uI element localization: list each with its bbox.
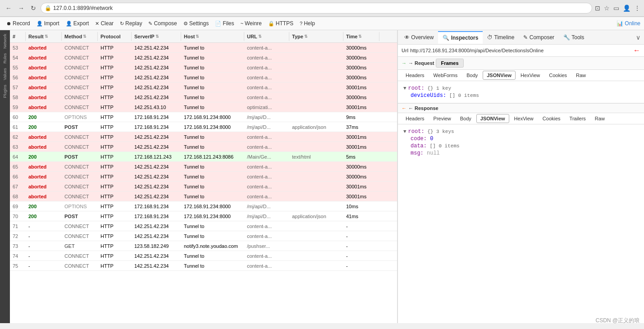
- col-header-type[interactable]: Type ⇅: [289, 32, 343, 41]
- table-row[interactable]: 74 - CONNECT HTTP 142.251.42.234 Tunnel …: [10, 251, 397, 261]
- col-header-serverip[interactable]: ServerIP ⇅: [132, 32, 181, 41]
- cell-serverip: 142.251.42.234: [132, 143, 181, 151]
- res-expand-icon[interactable]: ▼: [403, 129, 406, 134]
- table-row[interactable]: 67 aborted CONNECT HTTP 142.251.42.234 T…: [10, 182, 397, 192]
- request-tab-button[interactable]: Frames: [436, 59, 463, 68]
- res-json-root-line: ▼ root: {} 3 keys: [403, 128, 639, 135]
- cell-protocol: HTTP: [98, 262, 132, 270]
- table-row[interactable]: 65 aborted CONNECT HTTP 142.251.42.234 T…: [10, 162, 397, 172]
- cell-host: Tunnel to: [181, 173, 244, 180]
- profile-icon: 👤: [623, 5, 630, 12]
- req-tab-webforms[interactable]: WebForms: [429, 71, 462, 80]
- tab-composer[interactable]: ✎ Composer: [519, 32, 559, 43]
- table-row[interactable]: 58 aborted CONNECT HTTP 142.251.42.234 T…: [10, 92, 397, 102]
- menu-icon: ⋮: [634, 5, 640, 12]
- req-tab-body[interactable]: Body: [462, 71, 482, 80]
- sidebar-item-plugins[interactable]: Plugins: [2, 83, 8, 100]
- back-button[interactable]: ←: [4, 4, 14, 13]
- cell-method: OPTIONS: [62, 203, 98, 210]
- cell-num: 73: [10, 242, 26, 250]
- table-row[interactable]: 73 - GET HTTP 123.58.182.249 notify3.not…: [10, 241, 397, 251]
- cell-protocol: HTTP: [98, 183, 132, 190]
- cell-serverip: 123.58.182.249: [132, 242, 181, 250]
- sidebar-item-network[interactable]: Network: [2, 32, 8, 50]
- res-tab-cookies[interactable]: Cookies: [539, 114, 565, 123]
- col-header-result[interactable]: Result ⇅: [26, 32, 62, 41]
- clear-icon: ✕: [95, 21, 99, 27]
- cell-method: GET: [62, 242, 98, 250]
- col-header-protocol[interactable]: Protocol: [98, 32, 132, 41]
- cell-time: 30000ms: [343, 74, 379, 81]
- help-button[interactable]: ? Help: [297, 19, 318, 28]
- refresh-button[interactable]: ↻: [29, 4, 38, 13]
- col-header-time[interactable]: Time ⇅: [343, 32, 379, 41]
- cell-method: CONNECT: [62, 104, 98, 111]
- forward-button[interactable]: →: [16, 4, 26, 13]
- https-button[interactable]: 🔒 HTTPS: [265, 19, 296, 28]
- expand-button[interactable]: ∨: [634, 32, 642, 43]
- table-row[interactable]: 70 200 POST HTTP 172.168.91.234 172.168.…: [10, 211, 397, 221]
- tab-overview[interactable]: 👁 Overview: [400, 32, 438, 43]
- weinre-button[interactable]: ~ Weinre: [238, 19, 265, 28]
- settings-button[interactable]: ⚙ Settings: [181, 19, 211, 28]
- tab-tools[interactable]: 🔧 Tools: [559, 32, 589, 43]
- col-header-host[interactable]: Host ⇅: [181, 32, 244, 41]
- res-tab-headers[interactable]: Headers: [402, 114, 429, 123]
- res-root-meta: {} 3 keys: [425, 129, 454, 134]
- col-header-method[interactable]: Method ⇅: [62, 32, 98, 41]
- col-header-url[interactable]: URL ⇅: [244, 32, 289, 41]
- tab-inspectors[interactable]: 🔍 Inspectors: [438, 31, 483, 44]
- replay-button[interactable]: ↻ Replay: [117, 19, 145, 28]
- request-label: → → Request: [402, 60, 434, 66]
- cell-time: 30000ms: [343, 94, 379, 101]
- req-expand-icon[interactable]: ▼: [403, 86, 406, 91]
- cell-method: OPTIONS: [62, 114, 98, 121]
- res-tab-jsonview[interactable]: JSONView: [476, 114, 509, 123]
- table-row[interactable]: 68 aborted CONNECT HTTP 142.251.42.234 T…: [10, 192, 397, 201]
- table-row[interactable]: 71 - CONNECT HTTP 142.251.42.234 Tunnel …: [10, 221, 397, 231]
- table-row[interactable]: 75 - CONNECT HTTP 142.251.42.234 Tunnel …: [10, 261, 397, 271]
- res-tab-hexview[interactable]: HexView: [510, 114, 538, 123]
- tab-timeline[interactable]: ⏱ Timeline: [483, 32, 519, 43]
- table-row[interactable]: 64 200 POST HTTP 172.168.121.243 172.168…: [10, 152, 397, 162]
- cell-protocol: HTTP: [98, 143, 132, 151]
- table-row[interactable]: 59 aborted CONNECT HTTP 142.251.43.10 Tu…: [10, 102, 397, 112]
- table-row[interactable]: 55 aborted CONNECT HTTP 142.251.42.234 T…: [10, 63, 397, 73]
- req-tab-cookies[interactable]: Cookies: [545, 71, 571, 80]
- sidebar-item-values[interactable]: Values: [2, 66, 8, 82]
- table-row[interactable]: 56 aborted CONNECT HTTP 142.251.42.234 T…: [10, 73, 397, 82]
- req-tab-headers[interactable]: Headers: [402, 71, 429, 80]
- req-tab-jsonview[interactable]: JSONView: [483, 71, 516, 80]
- res-tab-body[interactable]: Body: [456, 114, 475, 123]
- cell-result: 200: [26, 153, 62, 160]
- table-row[interactable]: 61 200 POST HTTP 172.168.91.234 172.168.…: [10, 122, 397, 132]
- compose-icon: ✎: [148, 21, 152, 27]
- table-row[interactable]: 62 aborted CONNECT HTTP 142.251.42.234 T…: [10, 132, 397, 142]
- table-row[interactable]: 60 200 OPTIONS HTTP 172.168.91.234 172.1…: [10, 112, 397, 122]
- table-header: # Result ⇅ Method ⇅ Protocol ServerIP ⇅: [10, 30, 397, 43]
- table-row[interactable]: 63 aborted CONNECT HTTP 142.251.42.234 T…: [10, 142, 397, 152]
- res-tab-raw[interactable]: Raw: [591, 114, 609, 123]
- sidebar-item-rules[interactable]: Rules: [2, 51, 8, 65]
- table-row[interactable]: 53 aborted CONNECT HTTP 142.251.42.234 T…: [10, 43, 397, 53]
- table-row[interactable]: 66 aborted CONNECT HTTP 142.251.42.234 T…: [10, 172, 397, 182]
- table-row[interactable]: 54 aborted CONNECT HTTP 142.251.42.234 T…: [10, 53, 397, 63]
- import-button[interactable]: 👤 Import: [34, 19, 62, 28]
- table-row[interactable]: 69 200 OPTIONS HTTP 172.168.91.234 172.1…: [10, 201, 397, 211]
- table-row[interactable]: 57 aborted CONNECT HTTP 142.251.42.234 T…: [10, 82, 397, 92]
- export-button[interactable]: 👤 Export: [63, 19, 92, 28]
- cell-time: 30001ms: [343, 183, 379, 190]
- address-bar[interactable]: 🔒 127.0.0.1:8899/#network: [41, 3, 592, 14]
- res-tab-trailers[interactable]: Trailers: [566, 114, 590, 123]
- files-button[interactable]: 📄 Files: [212, 19, 237, 28]
- res-tab-preview[interactable]: Preview: [429, 114, 455, 123]
- cell-num: 75: [10, 262, 26, 270]
- req-tab-raw[interactable]: Raw: [572, 71, 590, 80]
- compose-button[interactable]: ✎ Compose: [146, 19, 179, 28]
- cell-url: content-a...: [244, 64, 289, 71]
- record-button[interactable]: ⏺ Record: [4, 19, 33, 28]
- cell-time: -: [343, 262, 379, 270]
- clear-button[interactable]: ✕ Clear: [92, 19, 116, 28]
- req-tab-hexview[interactable]: HexView: [516, 71, 544, 80]
- table-row[interactable]: 72 - CONNECT HTTP 142.251.42.234 Tunnel …: [10, 231, 397, 241]
